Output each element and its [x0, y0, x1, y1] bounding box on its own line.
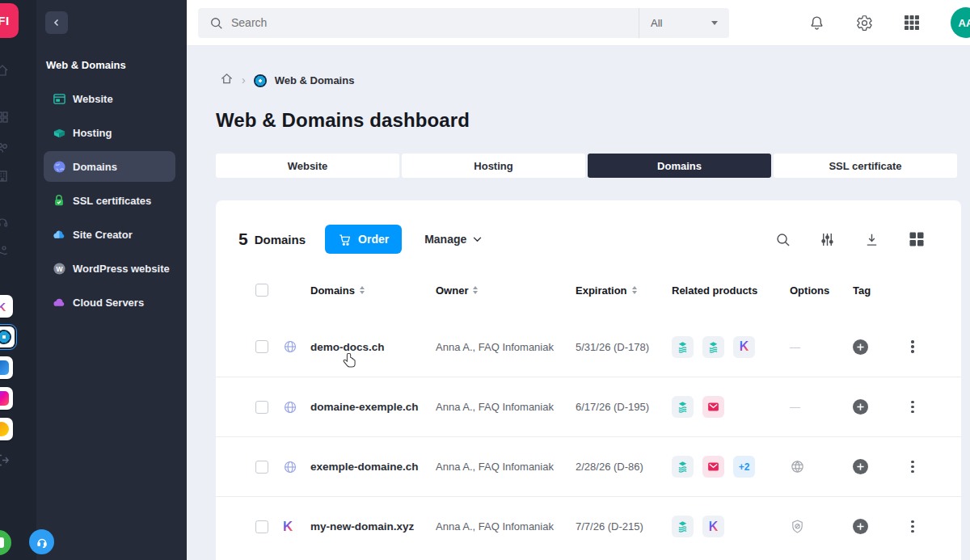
ksuite-product-icon[interactable]: K: [733, 336, 755, 358]
brand-logo[interactable]: FI: [0, 3, 19, 38]
chevron-right-icon: ›: [242, 74, 246, 86]
notifications-icon[interactable]: [808, 15, 825, 32]
related-products: K: [672, 516, 790, 537]
sidebar-item-wordpress-website[interactable]: W WordPress website: [44, 253, 175, 284]
ksuite-product-icon[interactable]: K: [702, 516, 724, 537]
row-menu-button[interactable]: [907, 461, 918, 474]
app-ksuite-icon[interactable]: K: [0, 295, 13, 318]
tab-website[interactable]: Website: [216, 154, 399, 178]
hosting-icon: [52, 125, 66, 140]
page-title: Web & Domains dashboard: [216, 109, 970, 132]
rail-expand-icon[interactable]: [0, 453, 11, 470]
table-body: demo-docs.ch Anna A., FAQ Infomaniak 5/3…: [216, 317, 961, 556]
sidebar: Web & Domains Website Hosting Domains: [36, 0, 187, 560]
apps-grid-icon[interactable]: [904, 15, 920, 31]
dashboard-tabs: Website Hosting Domains SSL certificate: [216, 154, 957, 178]
sidebar-item-ssl-certificates[interactable]: SSL certificates: [44, 185, 175, 216]
domain-owner: Anna A., FAQ Infomaniak: [436, 341, 576, 353]
add-tag-button[interactable]: [853, 339, 868, 355]
row-checkbox[interactable]: [255, 340, 268, 353]
row-menu-button[interactable]: [907, 401, 918, 414]
manage-dropdown[interactable]: Manage: [424, 233, 482, 246]
add-tag-button[interactable]: [853, 459, 868, 474]
table-row[interactable]: K my-new-domain.xyz Anna A., FAQ Infoman…: [216, 496, 961, 556]
row-menu-button[interactable]: [907, 340, 918, 353]
col-options: Options: [790, 284, 853, 297]
website-icon: [52, 91, 66, 106]
app-blue-icon[interactable]: [0, 356, 13, 379]
domain-owner: Anna A., FAQ Infomaniak: [436, 461, 576, 473]
domain-name[interactable]: domaine-exemple.ch: [310, 401, 436, 413]
app-pink-icon[interactable]: [0, 387, 13, 410]
domains-globe-icon: [52, 159, 66, 174]
app-web-domains-icon[interactable]: [0, 324, 17, 350]
hosting-product-icon[interactable]: [672, 456, 694, 478]
select-all-checkbox[interactable]: [255, 284, 268, 297]
related-products: +2: [672, 456, 790, 478]
tab-hosting[interactable]: Hosting: [402, 154, 585, 178]
table-search-icon[interactable]: [775, 232, 791, 247]
building-icon[interactable]: [0, 170, 9, 186]
row-checkbox[interactable]: [255, 461, 268, 474]
grid-view-icon[interactable]: [909, 231, 925, 247]
more-products-badge[interactable]: +2: [733, 456, 755, 478]
app-window: FI K Web & Domains: [0, 0, 970, 560]
breadcrumb-current[interactable]: Web & Domains: [275, 74, 355, 86]
sidebar-item-label: Domains: [73, 161, 117, 173]
add-tag-button[interactable]: [853, 399, 868, 415]
hosting-product-icon[interactable]: [672, 336, 694, 358]
col-related-products: Related products: [672, 284, 790, 297]
users-icon[interactable]: [0, 141, 9, 158]
hosting-product-icon[interactable]: [672, 516, 694, 537]
sidebar-item-domains[interactable]: Domains: [44, 151, 175, 182]
cart-icon: [338, 233, 352, 246]
avatar[interactable]: AA: [951, 7, 970, 38]
mail-product-icon[interactable]: [702, 396, 724, 418]
apps-icon[interactable]: [0, 111, 9, 127]
support-chat-icon[interactable]: [29, 529, 54, 554]
row-menu-button[interactable]: [907, 520, 918, 533]
search-input[interactable]: [231, 16, 639, 29]
domain-expiration: 2/28/26 (D-86): [576, 461, 672, 473]
hosting-product-icon[interactable]: [672, 396, 694, 418]
site-creator-cloud-icon: [52, 227, 66, 242]
svg-text:W: W: [56, 264, 63, 272]
domain-expiration: 7/7/26 (D-215): [576, 520, 672, 533]
home-icon[interactable]: [0, 64, 9, 80]
table-row[interactable]: exemple-domaine.ch Anna A., FAQ Infomani…: [216, 436, 961, 496]
add-tag-button[interactable]: [853, 519, 868, 534]
col-owner[interactable]: Owner: [436, 284, 576, 297]
global-search[interactable]: All: [198, 8, 729, 38]
row-checkbox[interactable]: [255, 401, 268, 414]
sort-icon: [360, 286, 365, 294]
tab-domains[interactable]: Domains: [588, 154, 771, 178]
col-expiration[interactable]: Expiration: [576, 284, 672, 297]
col-domains[interactable]: Domains: [310, 284, 436, 297]
download-icon[interactable]: [864, 232, 879, 247]
ksuite-icon: K: [283, 520, 310, 533]
row-checkbox[interactable]: [255, 520, 268, 533]
domain-name[interactable]: exemple-domaine.ch: [310, 461, 436, 473]
domain-name[interactable]: demo-docs.ch: [310, 341, 436, 353]
sidebar-item-cloud-servers[interactable]: Cloud Servers: [44, 287, 175, 318]
hosting-product-icon[interactable]: [702, 336, 724, 358]
settings-icon[interactable]: [856, 15, 873, 32]
filters-icon[interactable]: [820, 232, 835, 247]
home-icon[interactable]: [220, 72, 234, 89]
table-row[interactable]: demo-docs.ch Anna A., FAQ Infomaniak 5/3…: [216, 317, 961, 377]
sidebar-item-site-creator[interactable]: Site Creator: [44, 219, 175, 250]
app-green-icon[interactable]: [0, 530, 11, 555]
table-row[interactable]: domaine-exemple.ch Anna A., FAQ Infomani…: [216, 377, 961, 436]
sidebar-item-label: Hosting: [73, 127, 112, 139]
app-orange-icon[interactable]: [0, 418, 13, 440]
payout-hand-icon[interactable]: [0, 245, 9, 261]
headset-icon[interactable]: [0, 216, 9, 232]
sidebar-collapse-button[interactable]: [45, 11, 68, 34]
search-scope-select[interactable]: All: [639, 8, 729, 38]
order-button[interactable]: Order: [325, 225, 402, 254]
sidebar-item-website[interactable]: Website: [44, 83, 175, 114]
tab-ssl-certificate[interactable]: SSL certificate: [774, 154, 957, 178]
domain-name[interactable]: my-new-domain.xyz: [310, 520, 436, 533]
sidebar-item-hosting[interactable]: Hosting: [44, 117, 175, 148]
mail-product-icon[interactable]: [702, 456, 724, 478]
